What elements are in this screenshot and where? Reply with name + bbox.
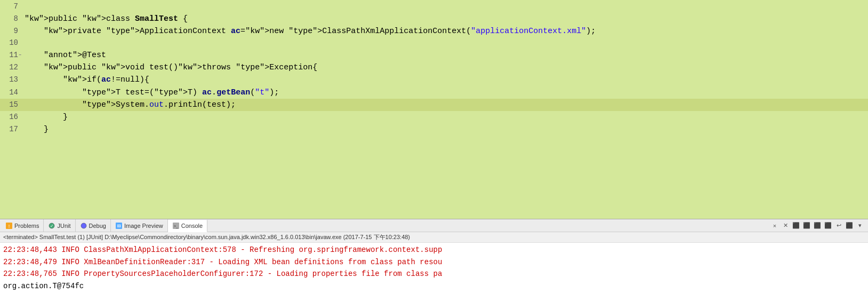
problems-tab-icon: !	[5, 222, 13, 229]
svg-text:>_: >_	[174, 224, 178, 228]
code-line: 9 "kw">private "type">ApplicationContext…	[0, 25, 868, 37]
stop-button[interactable]: ✕	[781, 221, 790, 231]
console-line: 22:23:48,765 INFO PropertySourcesPlaceho…	[3, 268, 865, 280]
line-content: "kw">public "kw">void test()"kw">throws …	[22, 61, 317, 74]
code-line: 7	[0, 1, 868, 13]
tab-bar: !Problems✓JUnitDebug🖼Image Preview>_Cons…	[0, 219, 868, 232]
line-number: 7	[0, 1, 22, 13]
problems-tab-label: Problems	[14, 223, 39, 229]
line-content: "type">System.out.println(test);	[22, 99, 236, 111]
svg-text:!: !	[9, 224, 10, 229]
code-line: 8"kw">public "kw">class SmallTest {	[0, 13, 868, 25]
line-number: 8	[0, 13, 22, 25]
junit-tab-icon: ✓	[48, 222, 55, 229]
console-line: 22:23:48,443 INFO ClassPathXmlApplicatio…	[3, 244, 865, 256]
junit-tab-label: JUnit	[57, 223, 70, 229]
tab-junit[interactable]: ✓JUnit	[44, 219, 75, 232]
line-number: 15	[0, 99, 22, 111]
back-button[interactable]: ↩	[834, 221, 843, 231]
line-number: 9	[0, 26, 22, 37]
svg-text:✓: ✓	[50, 224, 54, 228]
line-number: 13	[0, 74, 22, 86]
debug-tab-label: Debug	[89, 223, 106, 229]
paste-button[interactable]: ⬛	[802, 221, 811, 231]
image_preview-tab-label: Image Preview	[124, 223, 163, 229]
code-line: 15 "type">System.out.println(test);	[0, 99, 868, 111]
scroll-lock-button[interactable]: ⬛	[823, 221, 833, 231]
console-output: 22:23:48,443 INFO ClassPathXmlApplicatio…	[0, 243, 868, 293]
clear-button[interactable]: ⬛	[813, 221, 822, 231]
console-line: 22:23:48,479 INFO XmlBeanDefinitionReade…	[3, 256, 865, 268]
code-line: 10	[0, 37, 868, 49]
console-info-bar: <terminated> SmallTest.test (1) [JUnit] …	[0, 232, 868, 243]
line-number: 17	[0, 124, 22, 136]
dropdown-button[interactable]: ▾	[855, 221, 865, 231]
tab-toolbar: × ✕ ⬛ ⬛ ⬛ ⬛ ↩ ⬛ ▾	[770, 221, 867, 231]
svg-text:🖼: 🖼	[117, 224, 120, 228]
line-content: "kw">if(ac!=null){	[22, 74, 149, 86]
line-content: }	[22, 111, 68, 123]
code-line: 13 "kw">if(ac!=null){	[0, 74, 868, 86]
code-line: 14 "type">T test=("type">T) ac.getBean("…	[0, 86, 868, 99]
line-content: }	[22, 123, 49, 136]
copy-button[interactable]: ⬛	[791, 221, 801, 231]
console-tab-label: Console	[181, 223, 203, 229]
console-tab-icon: >_	[172, 222, 180, 229]
code-editor: 78"kw">public "kw">class SmallTest {9 "k…	[0, 0, 868, 219]
forward-button[interactable]: ⬛	[845, 221, 854, 231]
tab-problems[interactable]: !Problems	[1, 219, 44, 232]
debug-tab-icon	[80, 222, 87, 229]
line-number: 16	[0, 112, 22, 123]
code-line: 11 "annot">@Test	[0, 49, 868, 61]
line-content: "kw">public "kw">class SmallTest {	[22, 13, 188, 25]
line-number: 12	[0, 62, 22, 74]
line-number: 10	[0, 37, 22, 49]
svg-point-4	[81, 223, 86, 228]
minimize-button[interactable]: ×	[770, 221, 779, 231]
line-number: 11	[0, 50, 22, 61]
bottom-panel: !Problems✓JUnitDebug🖼Image Preview>_Cons…	[0, 219, 868, 293]
line-content: "kw">private "type">ApplicationContext a…	[22, 25, 596, 37]
tab-debug[interactable]: Debug	[76, 219, 111, 232]
code-line: 17 }	[0, 123, 868, 136]
code-line: 16 }	[0, 111, 868, 123]
line-content: "type">T test=("type">T) ac.getBean("t")…	[22, 86, 279, 99]
tab-image_preview[interactable]: 🖼Image Preview	[111, 219, 168, 232]
code-line: 12 "kw">public "kw">void test()"kw">thro…	[0, 61, 868, 74]
console-line: org.action.T@754fc	[3, 280, 865, 292]
image_preview-tab-icon: 🖼	[115, 222, 123, 229]
tab-console[interactable]: >_Console	[168, 220, 207, 232]
line-content: "annot">@Test	[22, 49, 106, 61]
line-number: 14	[0, 87, 22, 99]
